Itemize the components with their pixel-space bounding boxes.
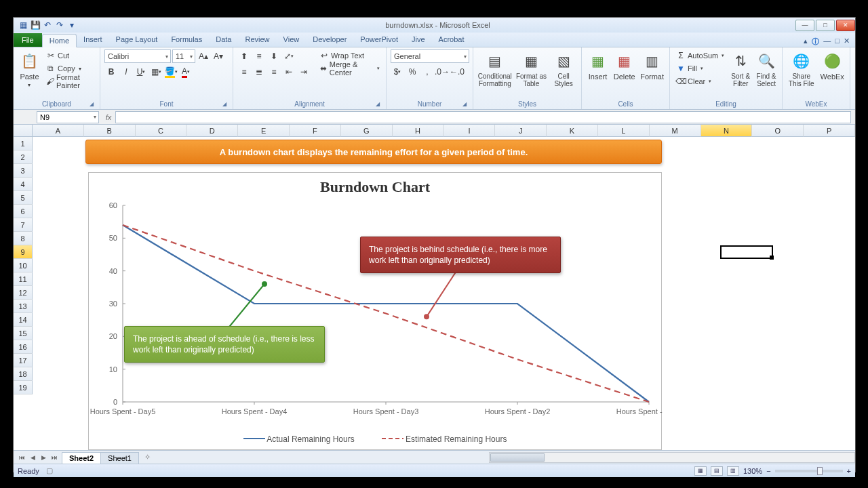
align-left-icon[interactable]: ≡ (237, 65, 251, 79)
increase-font-icon[interactable]: A▴ (197, 49, 210, 63)
ribbon-tab-view[interactable]: View (277, 33, 307, 47)
ribbon-tab-acrobat[interactable]: Acrobat (432, 33, 471, 47)
fill-button[interactable]: ▼Fill▾ (674, 62, 726, 75)
increase-decimal-icon[interactable]: .0→ (435, 65, 449, 79)
webex-button[interactable]: 🟢WebEx (818, 49, 846, 81)
ribbon-tab-developer[interactable]: Developer (306, 33, 353, 47)
clipboard-dialog-launcher[interactable]: ◢ (87, 100, 96, 108)
number-dialog-launcher[interactable]: ◢ (460, 100, 469, 108)
column-header[interactable]: I (444, 125, 496, 137)
font-size-combo[interactable]: 11 (172, 49, 195, 63)
ribbon-tab-jive[interactable]: Jive (405, 33, 432, 47)
sort-filter-button[interactable]: ⇅Sort & Filter (729, 49, 752, 87)
zoom-slider[interactable] (775, 470, 843, 472)
mdi-close-button[interactable]: ✕ (844, 37, 850, 47)
orientation-icon[interactable]: ⤢▾ (282, 49, 296, 63)
delete-cells-button[interactable]: ▦Delete (612, 49, 636, 81)
fx-icon[interactable]: fx (102, 113, 115, 121)
bold-button[interactable]: B (104, 65, 118, 79)
ribbon-minimize-icon[interactable]: ▴ (804, 37, 808, 47)
ribbon-tab-review[interactable]: Review (238, 33, 276, 47)
column-header[interactable]: M (650, 125, 701, 137)
number-format-combo[interactable]: General (391, 49, 469, 63)
tab-nav-prev-icon[interactable]: ◀ (27, 454, 38, 461)
accounting-format-icon[interactable]: $▾ (391, 65, 404, 79)
row-header[interactable]: 16 (14, 340, 33, 354)
conditional-formatting-button[interactable]: ▤Conditional Formatting (477, 49, 513, 87)
column-header[interactable]: J (495, 125, 547, 137)
insert-cells-button[interactable]: ▦Insert (586, 49, 610, 81)
undo-icon[interactable]: ↶ (42, 20, 53, 30)
tab-nav-last-icon[interactable]: ⏭ (49, 454, 60, 461)
column-header[interactable]: N (701, 125, 753, 137)
column-header[interactable]: E (238, 125, 290, 137)
help-icon[interactable]: ⓘ (812, 37, 819, 47)
minimize-button[interactable]: — (795, 20, 814, 31)
paste-button[interactable]: 📋 Paste ▾ (18, 49, 41, 88)
macro-record-icon[interactable]: ▢ (46, 466, 53, 475)
active-cell[interactable] (720, 245, 773, 259)
ribbon-tab-page-layout[interactable]: Page Layout (109, 33, 165, 47)
horizontal-scrollbar[interactable] (489, 452, 855, 463)
mdi-restore-button[interactable]: □ (835, 37, 840, 47)
column-header[interactable]: F (290, 125, 341, 137)
underline-button[interactable]: U▾ (134, 65, 148, 79)
page-layout-view-icon[interactable]: ▤ (711, 466, 723, 476)
find-select-button[interactable]: 🔍Find & Select (755, 49, 778, 87)
maximize-button[interactable]: □ (816, 20, 835, 31)
decrease-decimal-icon[interactable]: ←.0 (450, 65, 464, 79)
autosum-button[interactable]: ΣAutoSum▾ (674, 49, 726, 62)
row-header[interactable]: 11 (14, 272, 33, 286)
sheet-tab-sheet1[interactable]: Sheet1 (100, 452, 139, 464)
row-header[interactable]: 5 (14, 191, 33, 205)
zoom-in-icon[interactable]: + (847, 467, 851, 475)
row-header[interactable]: 13 (14, 300, 33, 313)
qat-customize-icon[interactable]: ▾ (66, 20, 77, 30)
chart-object[interactable]: Burndown Chart 0102030405060Hours Spent … (88, 172, 662, 450)
row-header[interactable]: 15 (14, 327, 33, 340)
row-header[interactable]: 8 (14, 232, 33, 245)
align-right-icon[interactable]: ≡ (267, 65, 281, 79)
increase-indent-icon[interactable]: ⇥ (297, 65, 311, 79)
align-middle-icon[interactable]: ≡ (252, 49, 266, 63)
formula-input[interactable] (115, 111, 851, 123)
tab-nav-next-icon[interactable]: ▶ (38, 454, 49, 461)
column-header[interactable]: A (33, 125, 84, 137)
alignment-dialog-launcher[interactable]: ◢ (374, 100, 382, 108)
font-name-combo[interactable]: Calibri (104, 49, 171, 63)
zoom-out-icon[interactable]: − (766, 467, 770, 475)
column-header[interactable]: C (136, 125, 187, 137)
format-painter-button[interactable]: 🖌Format Painter (44, 75, 96, 87)
file-tab[interactable]: File (14, 33, 42, 47)
align-top-icon[interactable]: ⬆ (237, 49, 251, 63)
ribbon-tab-insert[interactable]: Insert (77, 33, 109, 47)
fill-color-button[interactable]: 🪣▾ (164, 65, 178, 79)
zoom-level[interactable]: 130% (743, 467, 762, 475)
save-icon[interactable]: 💾 (30, 20, 41, 30)
row-header[interactable]: 6 (14, 205, 33, 218)
italic-button[interactable]: I (119, 65, 133, 79)
column-header[interactable]: O (752, 125, 804, 137)
ribbon-tab-formulas[interactable]: Formulas (164, 33, 209, 47)
borders-button[interactable]: ▦▾ (149, 65, 163, 79)
decrease-font-icon[interactable]: A▾ (212, 49, 225, 63)
row-header[interactable]: 18 (14, 367, 33, 381)
cell-styles-button[interactable]: ▧Cell Styles (550, 49, 577, 87)
format-as-table-button[interactable]: ▦Format as Table (515, 49, 548, 87)
ribbon-tab-home[interactable]: Home (42, 34, 77, 47)
percent-format-icon[interactable]: % (406, 65, 419, 79)
ribbon-tab-powerpivot[interactable]: PowerPivot (353, 33, 405, 47)
align-center-icon[interactable]: ≣ (252, 65, 266, 79)
normal-view-icon[interactable]: ▦ (694, 466, 707, 476)
align-bottom-icon[interactable]: ⬇ (267, 49, 281, 63)
row-header[interactable]: 3 (14, 164, 33, 178)
row-header[interactable]: 19 (14, 381, 33, 394)
ribbon-tab-data[interactable]: Data (209, 33, 238, 47)
page-break-view-icon[interactable]: ▥ (727, 466, 739, 476)
row-header[interactable]: 2 (14, 150, 33, 164)
row-header[interactable]: 7 (14, 218, 33, 232)
column-header[interactable]: L (598, 125, 650, 137)
column-header[interactable]: H (393, 125, 444, 137)
row-header[interactable]: 9 (14, 245, 33, 259)
format-cells-button[interactable]: ▥Format (639, 49, 665, 81)
